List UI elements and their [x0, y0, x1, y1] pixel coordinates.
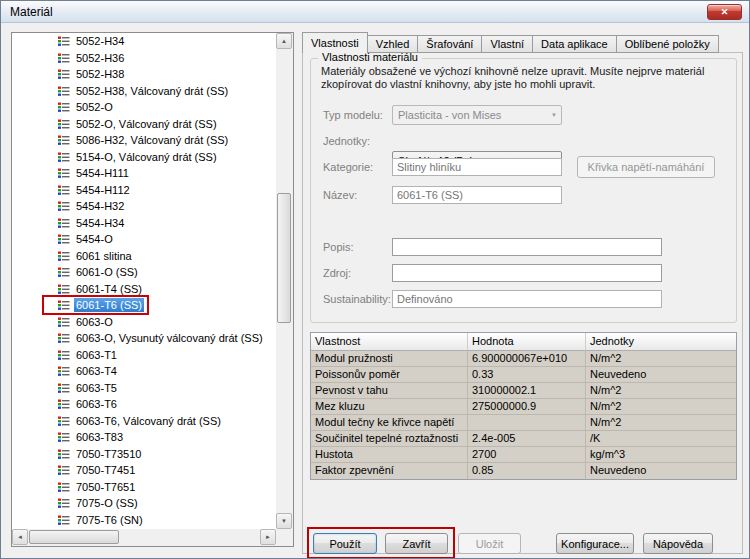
- material-icon: [58, 481, 70, 493]
- tree-item-label: 6061-T4 (SS): [74, 282, 144, 296]
- material-icon: [58, 101, 70, 113]
- tree-item[interactable]: 5086-H32, Válcovaný drát (SS): [12, 132, 276, 149]
- titlebar[interactable]: Materiál: [1, 1, 749, 23]
- tree-item[interactable]: 7050-T73510: [12, 446, 276, 463]
- tree-item[interactable]: 7050-T7451: [12, 462, 276, 479]
- table-cell: kg/m^3: [586, 447, 736, 463]
- table-row[interactable]: Modul pružnosti6.900000067e+010N/m^2: [311, 351, 736, 367]
- tab-3[interactable]: Šrafování: [418, 35, 482, 53]
- scrollbar-corner: [276, 529, 293, 546]
- tree-item[interactable]: 5454-O: [12, 231, 276, 248]
- tree-item[interactable]: 6061-O (SS): [12, 264, 276, 281]
- tree-item[interactable]: 5052-O: [12, 99, 276, 116]
- table-cell: 0.33: [468, 367, 586, 383]
- material-icon: [58, 52, 70, 64]
- tree-item-label: 5052-H38, Válcovaný drát (SS): [74, 84, 230, 98]
- tab-2[interactable]: Vzhled: [368, 35, 419, 53]
- material-tree[interactable]: 5052-H345052-H365052-H385052-H38, Válcov…: [12, 33, 276, 529]
- material-icon: [58, 217, 70, 229]
- table-row[interactable]: Hustota2700kg/m^3: [311, 447, 736, 463]
- tree-item-label: 6063-T6: [74, 397, 119, 411]
- table-row[interactable]: Faktor zpevnění0.85Neuvedeno: [311, 463, 736, 479]
- horizontal-scrollbar-thumb[interactable]: [29, 530, 119, 544]
- tree-item[interactable]: 5052-H38, Válcovaný drát (SS): [12, 83, 276, 100]
- tree-item[interactable]: 5154-O, Válcovaný drát (SS): [12, 149, 276, 166]
- sustainability-label: Sustainability:: [323, 293, 391, 305]
- apply-button[interactable]: Použít: [313, 533, 377, 554]
- material-icon: [58, 184, 70, 196]
- table-row[interactable]: Mez kluzu275000000.9N/m^2: [311, 399, 736, 415]
- chevron-down-icon: ▼: [551, 112, 557, 118]
- help-label: Nápověda: [653, 538, 703, 550]
- scroll-right-icon: ►: [265, 534, 271, 540]
- units-label: Jednotky:: [323, 135, 370, 147]
- table-row[interactable]: Modul tečny ke křivce napětíN/m^2: [311, 415, 736, 431]
- tree-item[interactable]: 6063-T6, Válcovaný drát (SS): [12, 413, 276, 430]
- tree-item[interactable]: 5052-H34: [12, 33, 276, 50]
- scroll-left-button[interactable]: ◄: [12, 529, 28, 545]
- close-dialog-button[interactable]: Zavřít: [385, 533, 448, 554]
- vertical-scrollbar-thumb[interactable]: [277, 193, 291, 323]
- tree-item[interactable]: 5052-H38: [12, 66, 276, 83]
- horizontal-scrollbar[interactable]: ◄ ►: [12, 529, 276, 546]
- table-cell: Modul pružnosti: [311, 351, 468, 367]
- tree-item[interactable]: 6063-T1: [12, 347, 276, 364]
- close-label: Zavřít: [402, 538, 430, 550]
- table-row[interactable]: Pevnost v tahu310000002.1N/m^2: [311, 383, 736, 399]
- tab-5[interactable]: Data aplikace: [533, 35, 617, 53]
- tree-item[interactable]: 5454-H34: [12, 215, 276, 232]
- name-value: 6061-T6 (SS): [397, 189, 463, 201]
- tree-item[interactable]: 5454-H112: [12, 182, 276, 199]
- tab-6[interactable]: Oblíbené položky: [617, 35, 719, 53]
- tree-item[interactable]: 6061 slitina: [12, 248, 276, 265]
- scroll-left-icon: ◄: [17, 534, 23, 540]
- material-icon: [58, 35, 70, 47]
- scroll-up-button[interactable]: ▲: [276, 33, 292, 49]
- tree-item[interactable]: 6063-O, Vysunutý válcovaný drát (SS): [12, 330, 276, 347]
- table-row[interactable]: Součinitel tepelné roztažnosti2.4e-005/K: [311, 431, 736, 447]
- table-header-cell[interactable]: Hodnota: [468, 333, 586, 351]
- tree-item[interactable]: 6063-T5: [12, 380, 276, 397]
- source-field[interactable]: [392, 264, 662, 282]
- tab-1[interactable]: Vlastnosti: [302, 32, 368, 53]
- table-header-cell[interactable]: Jednotky: [586, 333, 736, 351]
- close-button[interactable]: ✕: [707, 4, 742, 20]
- tree-item[interactable]: 7075-T6 (SN): [12, 512, 276, 529]
- tree-item[interactable]: 6063-T4: [12, 363, 276, 380]
- table-cell: Hustota: [311, 447, 468, 463]
- table-header-cell[interactable]: Vlastnost: [311, 333, 468, 351]
- table-cell: 6.900000067e+010: [468, 351, 586, 367]
- help-button[interactable]: Nápověda: [643, 533, 713, 554]
- table-cell: N/m^2: [586, 383, 736, 399]
- tree-item[interactable]: 6063-O: [12, 314, 276, 331]
- configure-button[interactable]: Konfigurace...: [556, 533, 634, 554]
- tab-4[interactable]: Vlastní: [482, 35, 533, 53]
- vertical-scrollbar[interactable]: ▲ ▼: [276, 33, 293, 529]
- tree-item[interactable]: 6063-T83: [12, 429, 276, 446]
- tree-item[interactable]: 5052-H36: [12, 50, 276, 67]
- tree-item[interactable]: 6061-T6 (SS): [12, 297, 276, 314]
- tree-item-label: 5454-O: [74, 232, 115, 246]
- tree-item[interactable]: 5454-H32: [12, 198, 276, 215]
- tree-item[interactable]: 5454-H111: [12, 165, 276, 182]
- tree-item-label: 6063-T4: [74, 364, 119, 378]
- scroll-up-icon: ▲: [281, 38, 287, 44]
- tree-item-label: 5454-H32: [74, 199, 126, 213]
- tree-item-label: 6063-T1: [74, 348, 119, 362]
- tree-item-label: 5052-H38: [74, 67, 126, 81]
- table-cell: Modul tečny ke křivce napětí: [311, 415, 468, 431]
- tree-item[interactable]: 6063-T6: [12, 396, 276, 413]
- tree-item-label: 7075-T6 (SN): [74, 513, 145, 527]
- scroll-down-button[interactable]: ▼: [276, 513, 292, 529]
- scroll-right-button[interactable]: ►: [260, 529, 276, 545]
- table-cell: 2.4e-005: [468, 431, 586, 447]
- name-field: 6061-T6 (SS): [392, 186, 562, 204]
- tree-item[interactable]: 7075-O (SS): [12, 495, 276, 512]
- material-icon: [58, 464, 70, 476]
- material-icon: [58, 250, 70, 262]
- tree-item[interactable]: 7050-T7651: [12, 479, 276, 496]
- tree-item[interactable]: 5052-O, Válcovaný drát (SS): [12, 116, 276, 133]
- material-icon: [58, 349, 70, 361]
- table-row[interactable]: Poissonův poměr0.33Neuvedeno: [311, 367, 736, 383]
- description-field[interactable]: [392, 238, 662, 256]
